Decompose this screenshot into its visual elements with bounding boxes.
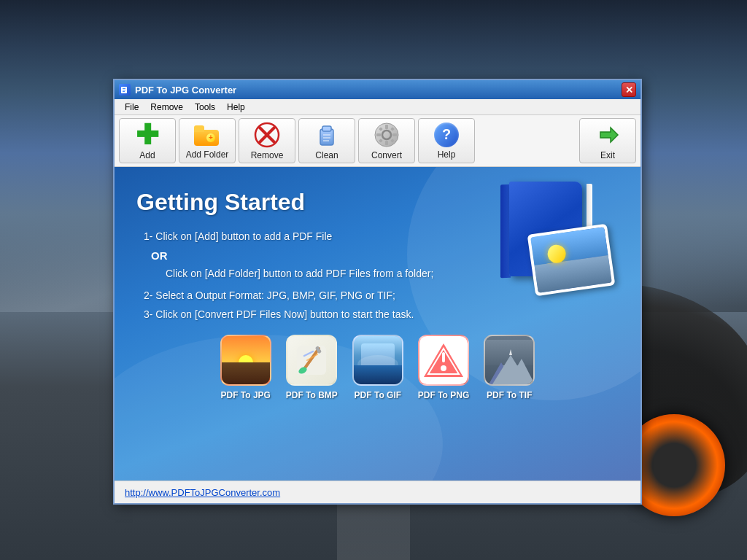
convert-icon — [374, 122, 400, 148]
gif-icon — [352, 335, 403, 386]
bmp-label: PDF To BMP — [286, 390, 338, 400]
gif-label: PDF To GIF — [355, 390, 401, 400]
add-icon: ✚ — [134, 122, 160, 148]
jpg-label: PDF To JPG — [220, 390, 270, 400]
menu-item-file[interactable]: File — [119, 101, 144, 114]
remove-label: Remove — [251, 150, 284, 160]
format-icons-row: PDF To JPG PDF — [136, 335, 619, 400]
format-icon-bmp[interactable]: PDF To BMP — [286, 335, 338, 400]
exit-button[interactable]: Exit — [579, 118, 636, 163]
menu-item-help[interactable]: Help — [221, 101, 251, 114]
window-title: PDF To JPG Converter — [135, 85, 622, 96]
help-icon: ? — [433, 122, 460, 147]
add-button[interactable]: ✚ Add — [119, 118, 176, 163]
help-label: Help — [438, 149, 456, 160]
add-folder-label: Add Folder — [186, 149, 229, 160]
menu-item-tools[interactable]: Tools — [189, 101, 221, 114]
svg-rect-1 — [123, 88, 125, 89]
svg-rect-3 — [123, 91, 125, 92]
png-icon — [418, 335, 469, 386]
jpg-icon — [220, 335, 271, 386]
exit-label: Exit — [600, 150, 615, 160]
svg-marker-37 — [509, 349, 512, 355]
exit-icon — [595, 122, 621, 148]
website-link[interactable]: http://www.PDFToJPGConverter.com — [125, 487, 280, 498]
add-folder-button[interactable]: + Add Folder — [179, 118, 236, 163]
clean-label: Clean — [315, 150, 338, 160]
svg-marker-35 — [489, 362, 514, 384]
clean-icon — [314, 122, 340, 148]
app-icon — [119, 84, 131, 96]
svg-rect-33 — [442, 352, 445, 362]
titlebar: PDF To JPG Converter ✕ — [115, 80, 640, 99]
svg-marker-36 — [507, 359, 535, 384]
menu-item-remove[interactable]: Remove — [144, 101, 189, 114]
app-window: PDF To JPG Converter ✕ File Remove Tools… — [113, 79, 642, 505]
clean-button[interactable]: Clean — [298, 118, 355, 163]
menubar: File Remove Tools Help — [115, 99, 640, 115]
svg-rect-17 — [392, 133, 397, 136]
add-label: Add — [139, 150, 155, 160]
book-illustration — [480, 182, 611, 298]
add-folder-icon: + — [194, 122, 220, 147]
remove-button[interactable]: Remove — [239, 118, 295, 163]
help-button[interactable]: ? Help — [418, 118, 475, 163]
status-bar: http://www.PDFToJPGConverter.com — [115, 481, 640, 503]
toolbar: ✚ Add + Add Folder — [115, 115, 640, 167]
svg-rect-2 — [123, 90, 125, 90]
svg-marker-34 — [496, 355, 525, 384]
svg-rect-15 — [385, 141, 388, 145]
format-icon-gif[interactable]: PDF To GIF — [352, 335, 403, 400]
tif-icon — [484, 335, 535, 386]
svg-rect-16 — [376, 133, 381, 136]
convert-button[interactable]: Convert — [358, 118, 415, 163]
window-close-button[interactable]: ✕ — [622, 82, 636, 97]
step-3-text: 3- Click on [Convert PDF Files Now] butt… — [136, 308, 619, 320]
convert-label: Convert — [371, 150, 402, 160]
svg-point-32 — [441, 365, 446, 371]
format-icon-tif[interactable]: PDF To TIF — [484, 335, 535, 400]
svg-marker-22 — [600, 128, 618, 142]
tif-label: PDF To TIF — [487, 390, 532, 400]
photo-card — [527, 224, 616, 296]
format-icon-jpg[interactable]: PDF To JPG — [220, 335, 271, 400]
bmp-icon — [286, 335, 337, 386]
remove-icon — [254, 122, 280, 148]
svg-rect-8 — [322, 126, 331, 131]
main-content-area: Getting Started 1- Click on [Add] button… — [115, 167, 640, 481]
png-label: PDF To PNG — [418, 390, 469, 400]
svg-rect-14 — [385, 125, 388, 129]
format-icon-png[interactable]: PDF To PNG — [418, 335, 469, 400]
